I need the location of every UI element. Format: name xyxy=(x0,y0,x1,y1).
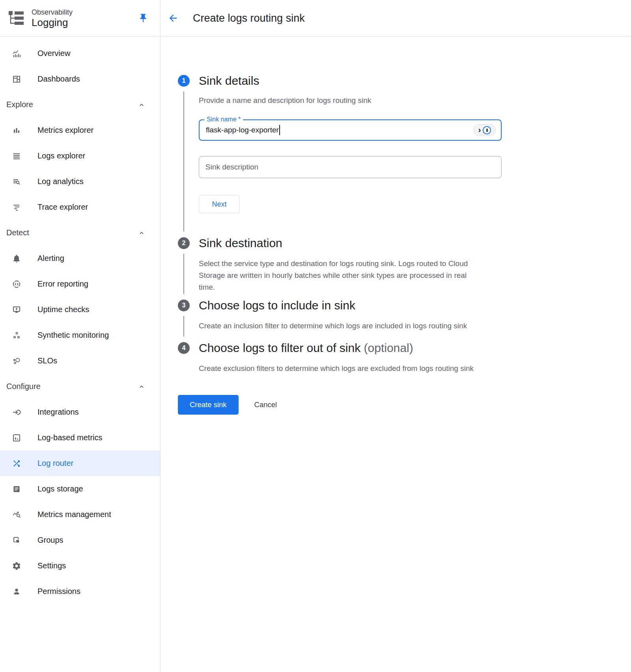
slo-circles-icon xyxy=(12,356,21,366)
sidebar-item-label: Permissions xyxy=(37,587,80,596)
sidebar-item-label: Alerting xyxy=(37,254,64,263)
person-icon xyxy=(12,587,21,596)
chevron-up-icon xyxy=(137,382,146,391)
sidebar-item-label: Metrics management xyxy=(37,510,111,519)
synthetic-nodes-icon xyxy=(12,331,21,340)
sidebar-item-logs-storage[interactable]: Logs storage xyxy=(0,476,160,502)
step-rail: 1 xyxy=(178,75,190,235)
sidebar-item-synthetic-monitoring[interactable]: Synthetic monitoring xyxy=(0,322,160,348)
sidebar-item-integrations[interactable]: Integrations xyxy=(0,399,160,425)
step-title-text: Choose logs to filter out of sink xyxy=(199,341,360,354)
back-arrow-icon[interactable] xyxy=(168,13,179,24)
sidebar-item-log-router[interactable]: Log router xyxy=(0,450,160,476)
sidebar-item-metrics-explorer[interactable]: Metrics explorer xyxy=(0,117,160,143)
dashboards-icon xyxy=(12,74,21,84)
text-cursor xyxy=(279,125,280,135)
step-title: Sink details xyxy=(199,75,631,87)
sidebar-item-label: Log-based metrics xyxy=(37,433,103,442)
step-connector-line xyxy=(183,254,184,294)
next-button[interactable]: Next xyxy=(199,195,240,213)
cancel-button[interactable]: Cancel xyxy=(254,400,277,409)
step-sink-destination: 2 Sink destination Select the service ty… xyxy=(178,237,631,297)
sidebar-item-error-reporting[interactable]: Error reporting xyxy=(0,271,160,297)
step-rail: 3 xyxy=(178,300,190,340)
groups-icon xyxy=(12,536,21,545)
step-connector-line xyxy=(183,316,184,337)
log-lines-icon xyxy=(12,151,21,161)
sidebar-item-label: Trace explorer xyxy=(37,203,88,212)
step-rail: 4 xyxy=(178,342,190,374)
logs-storage-icon xyxy=(12,484,21,494)
chevron-up-icon xyxy=(137,101,146,109)
sidebar-item-label: Uptime checks xyxy=(37,305,89,314)
chevron-right-icon: › xyxy=(478,126,481,134)
sidebar-item-trace-explorer[interactable]: Trace explorer xyxy=(0,194,160,220)
sidebar-item-permissions[interactable]: Permissions xyxy=(0,579,160,604)
password-manager-autofill-button[interactable]: › xyxy=(473,124,496,136)
step-title: Choose logs to include in sink xyxy=(199,300,631,311)
sidebar-item-uptime-checks[interactable]: Uptime checks xyxy=(0,297,160,322)
error-reporting-icon xyxy=(12,279,21,289)
step-title: Choose logs to filter out of sink (optio… xyxy=(199,342,631,354)
sidebar-item-label: Error reporting xyxy=(37,279,88,289)
sink-description-input[interactable]: Sink description xyxy=(199,156,502,178)
sidebar-item-alerting[interactable]: Alerting xyxy=(0,246,160,271)
main-panel: Create logs routing sink 1 Sink details … xyxy=(161,0,631,672)
sidebar-item-label: Settings xyxy=(37,561,66,570)
sidebar-item-label: Logs explorer xyxy=(37,151,85,160)
sidebar-item-groups[interactable]: Groups xyxy=(0,527,160,553)
step-description: Create exclusion filters to determine wh… xyxy=(199,363,477,374)
sidebar-item-settings[interactable]: Settings xyxy=(0,553,160,579)
trace-spans-icon xyxy=(12,203,21,212)
sidebar-section-configure[interactable]: Configure xyxy=(0,374,160,399)
step-choose-logs-filter-out: 4 Choose logs to filter out of sink (opt… xyxy=(178,342,631,374)
create-sink-button[interactable]: Create sink xyxy=(178,395,239,415)
sidebar-title-block: Observability Logging xyxy=(32,8,73,28)
step-number-badge: 3 xyxy=(178,300,190,311)
sink-description-placeholder: Sink description xyxy=(205,163,258,171)
sidebar-item-logs-explorer[interactable]: Logs explorer xyxy=(0,143,160,169)
sidebar-section-detect[interactable]: Detect xyxy=(0,220,160,246)
step-sink-details: 1 Sink details Provide a name and descri… xyxy=(178,75,631,235)
pin-icon[interactable] xyxy=(138,13,148,23)
step-title: Sink destination xyxy=(199,237,631,249)
sidebar-item-label: Overview xyxy=(37,49,70,58)
log-router-shuffle-icon xyxy=(12,459,21,468)
product-name: Logging xyxy=(32,17,73,28)
step-description: Provide a name and description for logs … xyxy=(199,95,477,106)
sidebar-nav: Overview Dashboards Explore Metrics expl… xyxy=(0,37,160,604)
chevron-up-icon xyxy=(137,229,146,237)
sidebar-item-dashboards[interactable]: Dashboards xyxy=(0,66,160,92)
sidebar-item-label: Integrations xyxy=(37,408,79,417)
sink-name-input[interactable]: Sink name * flask-app-log-exporter › xyxy=(199,119,502,141)
step-description: Create an inclusion filter to determine … xyxy=(199,320,477,332)
log-search-icon xyxy=(12,177,21,186)
page-header: Create logs routing sink xyxy=(161,0,631,37)
step-connector-line xyxy=(183,91,184,231)
sidebar-item-metrics-management[interactable]: Metrics management xyxy=(0,502,160,527)
sidebar-section-explore[interactable]: Explore xyxy=(0,92,160,117)
sidebar-header: Observability Logging xyxy=(0,0,160,37)
logging-product-icon xyxy=(7,9,26,28)
section-label: Explore xyxy=(6,100,33,109)
form-actions: Create sink Cancel xyxy=(178,395,631,415)
step-rail: 2 xyxy=(178,237,190,297)
step-description: Select the service type and destination … xyxy=(199,258,477,293)
sidebar-item-slos[interactable]: SLOs xyxy=(0,348,160,374)
sidebar-item-label: Logs storage xyxy=(37,484,83,493)
sidebar-item-log-based-metrics[interactable]: Log-based metrics xyxy=(0,425,160,450)
step-number-badge: 1 xyxy=(178,75,190,87)
sidebar-item-label: Groups xyxy=(37,536,63,545)
bar-chart-icon xyxy=(12,126,21,135)
step-choose-logs-include: 3 Choose logs to include in sink Create … xyxy=(178,300,631,340)
metrics-management-icon xyxy=(12,510,21,519)
sidebar-item-log-analytics[interactable]: Log analytics xyxy=(0,169,160,194)
sidebar-item-overview[interactable]: Overview xyxy=(0,41,160,66)
sidebar-item-label: Log router xyxy=(37,459,73,468)
overview-chart-icon xyxy=(12,49,21,58)
sidebar-item-label: Log analytics xyxy=(37,177,84,186)
product-area-label: Observability xyxy=(32,8,73,17)
step-number-badge: 4 xyxy=(178,342,190,354)
section-label: Detect xyxy=(6,228,29,237)
password-manager-icon xyxy=(483,126,491,134)
